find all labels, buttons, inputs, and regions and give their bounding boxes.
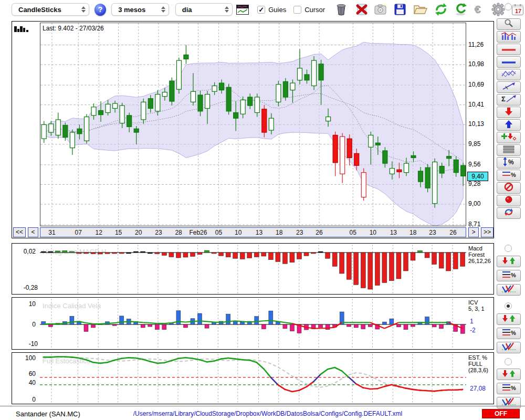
indicator-chart-button[interactable] <box>497 31 521 43</box>
price-plot[interactable] <box>40 23 466 226</box>
candle <box>390 169 394 174</box>
date-tick-label: 05 <box>343 228 362 237</box>
add-signal-button[interactable] <box>497 132 521 143</box>
macd-chart-svg[interactable] <box>40 245 466 293</box>
zigzag-icon <box>501 69 517 80</box>
cursor-checkbox[interactable]: Cursor <box>293 6 325 14</box>
candle <box>99 110 103 114</box>
indicator-chart-icon <box>501 32 517 42</box>
levels-list-button[interactable] <box>497 144 521 156</box>
red-green-arrows-icon <box>502 314 516 324</box>
date-tick-label: Feb26 <box>188 228 207 237</box>
candle <box>283 81 288 97</box>
scroll-fast-back-button[interactable]: << <box>13 227 26 237</box>
delete-x-icon[interactable] <box>354 2 369 17</box>
candle <box>404 163 408 172</box>
timeframe-select[interactable]: dia <box>175 3 233 16</box>
candle <box>326 117 331 121</box>
blue-hline-button[interactable] <box>497 56 521 68</box>
icv-bar <box>255 317 259 324</box>
icv-bar <box>162 324 166 330</box>
candle <box>290 83 295 90</box>
stoch-panel-radio[interactable] <box>505 358 512 365</box>
icv-panel-radio[interactable] <box>505 302 512 310</box>
cursor-label: Cursor <box>304 6 325 14</box>
config-path-link[interactable]: /Users/mserra/Library/CloudStorage/Dropb… <box>94 410 441 417</box>
candle <box>141 102 146 120</box>
open-folder-icon[interactable] <box>413 2 428 17</box>
sync-icon[interactable] <box>453 2 468 17</box>
chevron-updown-icon <box>81 6 86 13</box>
icv-curve-button[interactable] <box>497 342 521 353</box>
arrow-down-button[interactable] <box>497 107 521 118</box>
red-hline-button[interactable] <box>497 44 521 55</box>
icv-bar <box>183 324 187 328</box>
red-line-icon <box>501 45 517 54</box>
macd-panel-radio[interactable] <box>505 245 512 252</box>
icv-chart-svg[interactable] <box>40 299 466 349</box>
zoom-button[interactable] <box>497 18 521 30</box>
sum-trendline-button[interactable]: Σ <box>497 94 521 106</box>
macd-curve-button[interactable] <box>497 284 521 296</box>
icv-plot[interactable] <box>40 299 466 349</box>
euro-icon[interactable]: € <box>471 2 486 17</box>
record-button[interactable] <box>497 195 521 206</box>
save-icon[interactable] <box>393 2 408 17</box>
candle <box>219 83 224 90</box>
scroll-forward-button[interactable]: > <box>468 227 479 237</box>
icv-tick-neg10: -10 <box>29 340 38 348</box>
blue-up-arrow-icon <box>504 120 513 131</box>
candle <box>340 136 345 174</box>
svg-text:%: % <box>511 385 516 391</box>
candle <box>375 143 380 145</box>
candle <box>91 107 96 116</box>
stoch-levels-button[interactable]: % <box>497 383 521 394</box>
arrow-up-button[interactable] <box>497 119 521 131</box>
main-panel-radio[interactable] <box>505 3 512 10</box>
guies-checkbox[interactable]: ✓ Guies <box>257 6 286 14</box>
price-tick-label: 10,98 <box>468 60 484 68</box>
current-price-badge: 9,40 <box>467 172 488 181</box>
macd-signal-arrows-button[interactable] <box>497 256 521 267</box>
macd-levels-button[interactable]: % <box>497 270 521 281</box>
trendline-button[interactable] <box>497 81 521 93</box>
chart-type-select[interactable]: CandleSticks <box>12 3 89 16</box>
trash-icon[interactable] <box>333 2 349 17</box>
macd-plot[interactable] <box>40 245 466 293</box>
icv-signal-arrows-button[interactable] <box>497 313 521 325</box>
scroll-back-button[interactable]: < <box>28 227 38 237</box>
date-axis[interactable]: 31071215202328Feb26051013182326051013182… <box>40 227 466 237</box>
refresh-icon[interactable] <box>434 2 449 17</box>
candle <box>312 60 317 86</box>
macd-bar <box>332 253 337 266</box>
candle <box>63 125 68 138</box>
help-icon[interactable]: ? <box>94 4 106 16</box>
date-tick-label: 20 <box>129 228 148 237</box>
off-toggle-badge[interactable]: OFF <box>482 409 520 418</box>
stoch-plot[interactable] <box>40 354 466 403</box>
icv-levels-button[interactable]: % <box>497 328 521 339</box>
icv-bar <box>368 324 372 327</box>
zigzag-button[interactable] <box>497 69 521 80</box>
camera-icon[interactable] <box>373 2 388 17</box>
stoch-chart-svg[interactable] <box>40 354 466 403</box>
date-tick-label: 05 <box>209 228 228 237</box>
price-chart-svg[interactable] <box>40 23 466 226</box>
svg-text:€: € <box>475 3 481 15</box>
macd-bar <box>127 253 131 254</box>
levels-percent-button[interactable]: % <box>497 170 521 181</box>
icv-bar <box>347 324 351 327</box>
forbid-button[interactable] <box>497 182 521 194</box>
candle <box>269 118 274 130</box>
macd-bar <box>119 253 124 254</box>
measure-vertical-button[interactable]: % <box>497 157 521 169</box>
scroll-fast-forward-button[interactable]: >> <box>481 227 494 237</box>
period-select[interactable]: 3 mesos <box>111 3 169 16</box>
stoch-signal-arrows-button[interactable] <box>497 369 521 380</box>
macd-bar <box>375 253 380 286</box>
refresh-pair-button[interactable] <box>497 207 521 219</box>
mini-chart-icon[interactable] <box>235 2 250 17</box>
lines-percent-icon: % <box>501 270 516 281</box>
symbol-label: Santander (SAN.MC) <box>16 410 80 418</box>
candle <box>176 60 181 89</box>
